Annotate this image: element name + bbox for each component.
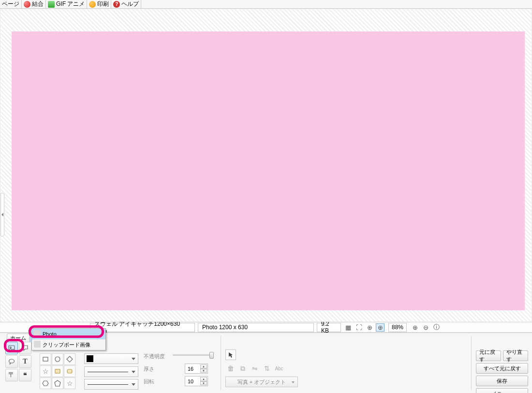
color-swatch bbox=[87, 355, 93, 362]
roundrect-icon bbox=[66, 368, 73, 375]
menu-button[interactable]: メニュー bbox=[476, 388, 528, 393]
color-picker[interactable] bbox=[84, 353, 138, 364]
tool-modes: T 〒 ❝ bbox=[5, 342, 32, 382]
delete-icon[interactable]: 🗑 bbox=[225, 363, 236, 374]
shape-diamond[interactable] bbox=[64, 353, 75, 365]
hex-icon bbox=[42, 380, 49, 387]
thickness-value: 16 bbox=[188, 366, 193, 372]
zoom-out-icon[interactable]: ⊖ bbox=[421, 323, 430, 332]
select-tool[interactable] bbox=[225, 349, 236, 360]
toolbar-page[interactable]: ページ bbox=[0, 0, 22, 8]
bubble-tool[interactable] bbox=[5, 355, 18, 368]
join-label: 結合 bbox=[32, 0, 44, 8]
top-toolbar: ページ 結合 GIF アニメ 印刷 ?ヘルプ bbox=[0, 0, 532, 9]
shape-hexagon[interactable] bbox=[40, 378, 51, 389]
shape-circle[interactable] bbox=[52, 353, 63, 365]
status-filesize: 9.2 KB bbox=[317, 323, 341, 332]
shape-star[interactable]: ☆ bbox=[40, 365, 51, 377]
rotation-label: 回転 bbox=[144, 378, 154, 385]
save-button[interactable]: 保存 bbox=[476, 376, 528, 386]
shape-fillrect[interactable] bbox=[52, 365, 63, 377]
canvas[interactable] bbox=[12, 31, 525, 310]
speech-icon bbox=[22, 345, 29, 351]
separator bbox=[221, 336, 221, 390]
undo-all-button[interactable]: すべて元に戻す bbox=[476, 363, 528, 374]
speech-tool[interactable] bbox=[19, 342, 31, 354]
svg-point-1 bbox=[10, 347, 12, 349]
slider-thumb[interactable] bbox=[209, 352, 214, 359]
zoom-actual-icon[interactable]: ⊕ bbox=[365, 323, 374, 332]
toolbar-join[interactable]: 結合 bbox=[22, 0, 46, 8]
gif-label: GIF アニメ bbox=[56, 0, 85, 8]
rect-icon bbox=[42, 356, 49, 363]
diamond-icon bbox=[66, 356, 73, 363]
left-panel-handle[interactable] bbox=[0, 193, 4, 236]
spin-down-icon[interactable]: ▼ bbox=[200, 381, 207, 386]
zoom-in-icon[interactable]: ⊕ bbox=[411, 323, 419, 332]
spin-up-icon[interactable]: ▲ bbox=[200, 377, 207, 381]
circle-icon bbox=[54, 356, 61, 363]
toolbar-gif[interactable]: GIF アニメ bbox=[46, 0, 87, 8]
opacity-label: 不透明度 bbox=[144, 353, 165, 360]
rotation-input[interactable]: 10▲▼ bbox=[185, 376, 208, 386]
flip-v-icon[interactable]: ⇅ bbox=[262, 363, 272, 374]
shape-palette: ☆ ☆ bbox=[40, 353, 75, 390]
print-label: 印刷 bbox=[97, 0, 109, 8]
grid-icon[interactable]: ▦ bbox=[344, 323, 353, 332]
line-end-picker[interactable] bbox=[84, 379, 138, 390]
quote-tool[interactable]: ❝ bbox=[19, 369, 31, 381]
cursor-icon bbox=[227, 351, 234, 358]
bubble-icon bbox=[8, 358, 15, 365]
fit-icon[interactable]: ⛶ bbox=[355, 323, 363, 332]
undo-button[interactable]: 元に戻す bbox=[476, 350, 501, 361]
zoom-fit-icon[interactable]: ⊕ bbox=[376, 323, 384, 332]
bottom-panel: ホーム Photo... クリップボード画像 T 〒 ❝ ☆ bbox=[0, 333, 532, 393]
page-label: ページ bbox=[2, 0, 19, 8]
text-tool[interactable]: T bbox=[19, 355, 31, 368]
redo-button[interactable]: やり直す bbox=[503, 350, 528, 361]
penta-icon bbox=[54, 380, 61, 387]
insert-popup: Photo... クリップボード画像 bbox=[31, 328, 106, 350]
zoom-value: 88% bbox=[388, 323, 407, 332]
line-style-picker[interactable] bbox=[84, 366, 138, 377]
tab-home[interactable]: ホーム bbox=[7, 334, 30, 342]
shape-rect[interactable] bbox=[40, 353, 51, 365]
rotation-value: 10 bbox=[188, 378, 193, 384]
copy-icon[interactable]: ⧉ bbox=[237, 363, 248, 374]
gif-icon bbox=[48, 1, 55, 8]
toolbar-print[interactable]: 印刷 bbox=[87, 0, 111, 8]
shape-pentagon[interactable] bbox=[52, 378, 63, 389]
svg-point-4 bbox=[55, 357, 60, 362]
image-tool[interactable] bbox=[5, 342, 18, 354]
spin-down-icon[interactable]: ▼ bbox=[200, 369, 207, 373]
fillrect-icon bbox=[54, 368, 61, 375]
popup-photo[interactable]: Photo... bbox=[32, 329, 105, 339]
group-icon[interactable]: Abc bbox=[274, 363, 284, 374]
thickness-label: 厚さ bbox=[144, 365, 154, 373]
canvas-area bbox=[0, 9, 532, 322]
view-icons: ▦ ⛶ ⊕ ⊕ 88% ⊕ ⊖ ⓘ bbox=[344, 323, 441, 332]
status-dimensions: Photo 1200 x 630 bbox=[198, 323, 314, 332]
join-icon bbox=[24, 1, 30, 8]
print-icon bbox=[89, 1, 96, 8]
action-buttons: 元に戻す やり直す すべて元に戻す 保存 メニュー bbox=[476, 350, 528, 393]
flip-h-icon[interactable]: ⇋ bbox=[250, 363, 260, 374]
layer-combo[interactable]: 写真 + オブジェクト bbox=[225, 377, 298, 387]
separator bbox=[471, 336, 472, 390]
spin-up-icon[interactable]: ▲ bbox=[200, 364, 207, 369]
transform-tools: 🗑 ⧉ ⇋ ⇅ Abc bbox=[225, 363, 284, 374]
svg-rect-5 bbox=[55, 369, 60, 373]
info-icon[interactable]: ⓘ bbox=[432, 323, 441, 332]
thickness-input[interactable]: 16▲▼ bbox=[185, 364, 208, 374]
toolbar-help[interactable]: ?ヘルプ bbox=[111, 0, 141, 8]
help-icon: ? bbox=[113, 1, 120, 8]
svg-point-2 bbox=[9, 359, 15, 363]
vtext-tool[interactable]: 〒 bbox=[5, 369, 18, 381]
opacity-slider[interactable] bbox=[173, 351, 214, 359]
svg-rect-3 bbox=[43, 357, 48, 361]
popup-clipboard[interactable]: クリップボード画像 bbox=[32, 339, 105, 350]
help-label: ヘルプ bbox=[121, 0, 139, 8]
svg-rect-6 bbox=[67, 369, 72, 373]
shape-star2[interactable]: ☆ bbox=[64, 378, 75, 389]
shape-roundrect[interactable] bbox=[64, 365, 75, 377]
